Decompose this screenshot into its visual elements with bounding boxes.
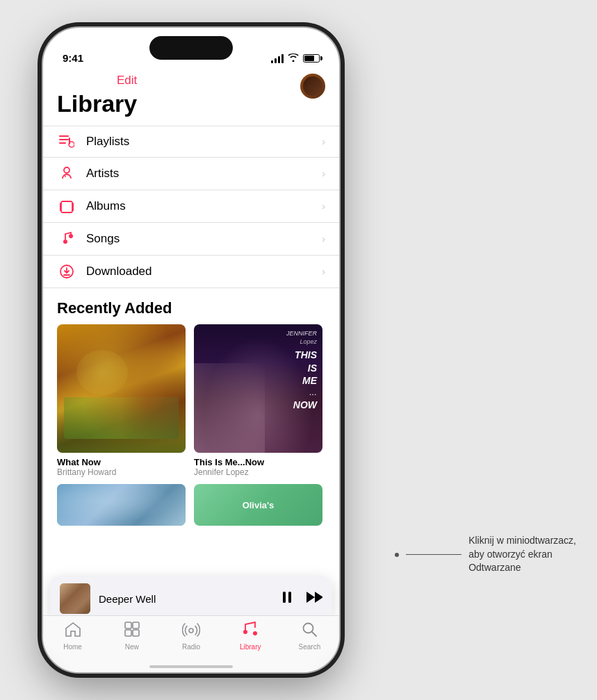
svg-rect-0 — [59, 135, 69, 137]
radio-icon — [182, 622, 200, 641]
library-icon — [243, 622, 258, 641]
callout-line — [406, 554, 461, 555]
svg-rect-8 — [60, 203, 61, 211]
callout-dot — [395, 553, 399, 557]
recently-added-section: Recently Added What Now Brittany Howar — [43, 288, 339, 526]
battery-icon — [303, 54, 320, 62]
album-title-what-now: What Now — [57, 457, 186, 467]
album-partial-2[interactable]: Olivia's — [194, 484, 322, 526]
mini-controls — [279, 590, 322, 608]
artists-label: Artists — [86, 167, 322, 181]
chevron-icon: › — [322, 233, 325, 244]
new-icon — [124, 622, 140, 641]
svg-point-5 — [64, 167, 69, 173]
svg-rect-1 — [59, 139, 69, 140]
avatar-image — [303, 76, 322, 96]
tab-home-label: Home — [63, 643, 82, 651]
callout-text: Kliknij w miniodtwarzacz,aby otworzyć ek… — [468, 534, 576, 575]
header-left: Edit Library — [57, 74, 137, 117]
library-item-playlists[interactable]: Playlists › — [43, 126, 339, 158]
svg-point-18 — [189, 628, 193, 633]
album-title-jennifer: This Is Me...Now — [194, 457, 322, 467]
edit-button[interactable]: Edit — [117, 71, 137, 87]
svg-rect-13 — [288, 592, 291, 603]
callout: Kliknij w miniodtwarzacz,aby otworzyć ek… — [395, 534, 576, 575]
albums-icon — [57, 199, 76, 214]
svg-line-20 — [312, 632, 316, 636]
svg-rect-14 — [125, 622, 131, 628]
album-art-jennifer: JENNIFER Lopez THIS IS ME ... NOW — [194, 324, 322, 453]
playlists-label: Playlists — [86, 135, 322, 149]
svg-rect-16 — [125, 630, 131, 636]
albums-label: Albums — [86, 199, 322, 213]
page-title: Library — [57, 90, 137, 117]
svg-rect-7 — [61, 201, 72, 212]
tab-home[interactable]: Home — [43, 622, 102, 651]
signal-bars-icon — [271, 53, 284, 63]
tab-search-label: Search — [299, 643, 321, 651]
chevron-icon: › — [322, 201, 325, 212]
playlists-icon — [57, 135, 76, 149]
chevron-icon: › — [322, 266, 325, 277]
phone-frame: 9:41 — [42, 26, 341, 674]
downloaded-label: Downloaded — [86, 265, 322, 278]
tab-search[interactable]: Search — [280, 622, 339, 651]
chevron-icon: › — [322, 168, 325, 179]
partial2-label: Olivia's — [243, 500, 275, 510]
tab-new[interactable]: New — [102, 622, 161, 651]
svg-rect-4 — [69, 138, 70, 144]
tab-library[interactable]: Library — [221, 622, 280, 651]
albums-grid: What Now Brittany Howard JENNIFER Lopez — [43, 324, 339, 477]
tab-bar: Home New Radio — [43, 615, 339, 672]
chevron-icon: › — [322, 136, 325, 147]
home-indicator — [149, 665, 233, 668]
avatar[interactable] — [300, 74, 325, 99]
library-item-albums[interactable]: Albums › — [43, 190, 339, 223]
wifi-icon — [288, 53, 299, 64]
status-icons — [271, 53, 320, 64]
skip-forward-button[interactable] — [304, 590, 322, 608]
songs-icon — [57, 231, 76, 247]
tab-library-label: Library — [240, 643, 261, 651]
library-list: Playlists › Artists › Albums › — [43, 126, 339, 288]
tab-radio-label: Radio — [182, 643, 200, 651]
svg-rect-9 — [72, 203, 74, 211]
albums-row2: Olivia's — [43, 477, 339, 526]
tab-new-label: New — [125, 643, 139, 651]
svg-rect-12 — [283, 592, 286, 603]
tab-radio[interactable]: Radio — [161, 622, 220, 651]
mini-album-art — [60, 583, 90, 614]
svg-rect-15 — [133, 622, 139, 628]
downloaded-icon — [57, 264, 76, 279]
recently-added-title: Recently Added — [43, 288, 339, 324]
album-card-what-now[interactable]: What Now Brittany Howard — [57, 324, 186, 477]
status-time: 9:41 — [63, 52, 83, 64]
mini-player[interactable]: Deeper Well — [50, 576, 332, 621]
svg-rect-17 — [133, 630, 139, 636]
dynamic-island — [149, 36, 233, 60]
page-header: Edit Library — [43, 68, 339, 120]
search-icon — [302, 622, 317, 641]
svg-rect-2 — [59, 142, 66, 144]
mini-song-title: Deeper Well — [99, 593, 279, 605]
pause-button[interactable] — [279, 590, 295, 608]
album-art-what-now — [57, 324, 186, 453]
home-icon — [65, 622, 81, 641]
album-artist-jennifer: Jennifer Lopez — [194, 467, 322, 477]
album-card-jennifer[interactable]: JENNIFER Lopez THIS IS ME ... NOW — [194, 324, 322, 477]
scene: 9:41 — [0, 0, 597, 700]
library-item-downloaded[interactable]: Downloaded › — [43, 256, 339, 288]
library-item-artists[interactable]: Artists › — [43, 158, 339, 190]
artists-icon — [57, 166, 76, 181]
album-partial-1[interactable] — [57, 484, 186, 526]
content: Edit Library Playlists › — [43, 68, 339, 672]
songs-label: Songs — [86, 232, 322, 246]
album-artist-what-now: Brittany Howard — [57, 467, 186, 477]
library-item-songs[interactable]: Songs › — [43, 223, 339, 256]
